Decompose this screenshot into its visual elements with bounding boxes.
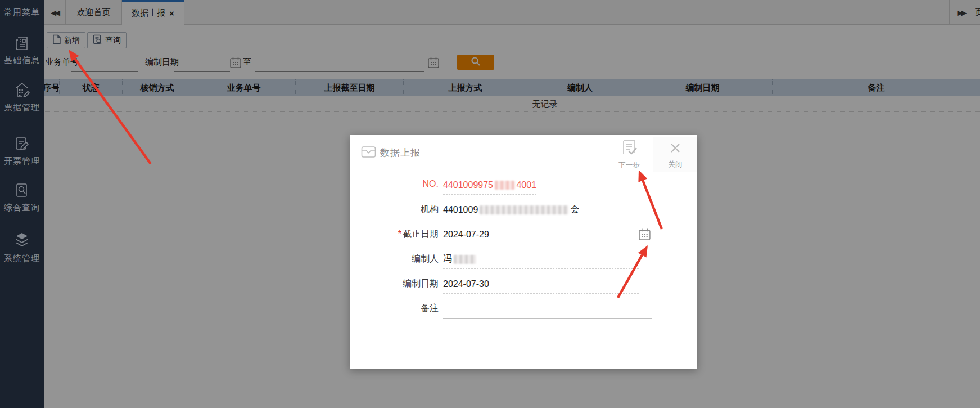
close-dialog-label: 关闭 (669, 160, 683, 169)
close-dialog-button[interactable]: 关闭 (653, 137, 697, 172)
app-window: 常用菜单 基础信息 (0, 0, 980, 408)
next-step-icon (620, 139, 638, 159)
field-label-organization: 机构 (350, 204, 439, 216)
field-label-no: NO. (350, 179, 439, 189)
field-row-remark: 备注 (350, 299, 697, 322)
data-report-dialog: 数据上报 下一步 关闭 (350, 135, 697, 369)
field-row-compiler: 编制人 冯 (350, 250, 697, 272)
required-asterisk: * (398, 229, 401, 239)
next-step-label: 下一步 (618, 160, 640, 170)
field-label-remark: 备注 (350, 303, 439, 315)
field-label-compile-date: 编制日期 (350, 278, 439, 290)
redacted-block (454, 255, 476, 264)
next-step-button[interactable]: 下一步 (608, 137, 650, 172)
calendar-icon[interactable] (638, 228, 651, 243)
dialog-header: 数据上报 下一步 关闭 (350, 135, 697, 172)
close-icon (667, 140, 684, 159)
remark-input[interactable] (443, 299, 652, 319)
redacted-block (480, 205, 568, 214)
field-row-compile-date: 编制日期 2024-07-30 (350, 275, 697, 297)
field-row-organization: 机构 4401009 会 (350, 200, 697, 223)
compile-date-value-field: 2024-07-30 (443, 275, 639, 294)
redacted-block (495, 181, 514, 190)
no-value-field: 4401009975 4001 (443, 176, 536, 195)
compiler-value-field: 冯 (443, 250, 639, 269)
inbox-icon (361, 145, 376, 161)
field-label-compiler: 编制人 (350, 253, 439, 265)
organization-value-field: 4401009 会 (443, 200, 639, 219)
deadline-date-input[interactable]: 2024-07-29 (443, 225, 652, 244)
field-row-deadline: *截止日期 2024-07-29 (350, 225, 697, 248)
field-row-no: NO. 4401009975 4001 (350, 176, 697, 198)
field-label-deadline: *截止日期 (350, 228, 439, 240)
dialog-title: 数据上报 (380, 146, 421, 159)
